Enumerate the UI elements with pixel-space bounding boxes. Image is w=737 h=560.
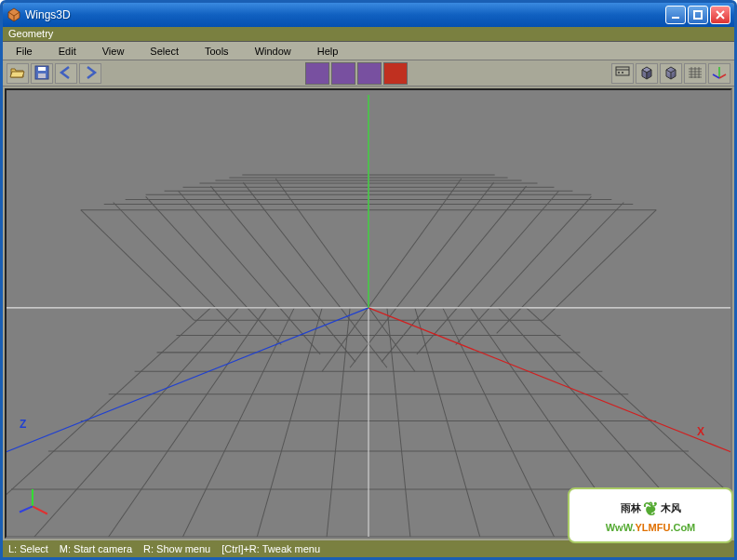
vertex-select-button[interactable] bbox=[305, 62, 329, 85]
face-select-button[interactable] bbox=[357, 62, 382, 85]
flat-shade-button[interactable] bbox=[636, 63, 658, 84]
svg-rect-15 bbox=[616, 67, 629, 75]
app-icon bbox=[7, 7, 21, 22]
status-l: L: Select bbox=[8, 543, 48, 554]
display-icon bbox=[614, 64, 631, 83]
menu-edit[interactable]: Edit bbox=[46, 44, 89, 59]
3d-grid-icon bbox=[7, 90, 730, 537]
menu-select[interactable]: Select bbox=[137, 44, 192, 59]
cube-smooth-icon bbox=[663, 64, 679, 83]
menu-view[interactable]: View bbox=[89, 44, 138, 59]
open-button[interactable] bbox=[7, 63, 29, 84]
grid-icon bbox=[687, 64, 704, 83]
svg-rect-3 bbox=[694, 11, 702, 19]
close-button[interactable] bbox=[710, 6, 730, 24]
maximize-button[interactable] bbox=[688, 6, 708, 24]
toolbar bbox=[3, 60, 734, 87]
ground-plane-button[interactable] bbox=[684, 63, 706, 84]
svg-rect-8 bbox=[38, 73, 46, 78]
smooth-shade-button[interactable] bbox=[660, 63, 682, 84]
window-buttons bbox=[665, 6, 730, 24]
svg-point-17 bbox=[618, 72, 620, 73]
svg-line-28 bbox=[713, 74, 719, 78]
menubar: File Edit View Select Tools Window Help bbox=[3, 42, 734, 60]
status-ctrl-r: [Ctrl]+R: Tweak menu bbox=[221, 543, 320, 554]
arrow-left-icon bbox=[58, 64, 74, 83]
statusbar: L: Select M: Start camera R: Show menu [… bbox=[3, 540, 734, 557]
svg-line-27 bbox=[719, 74, 726, 78]
minimize-button[interactable] bbox=[665, 6, 686, 24]
window-title: Wings3D bbox=[25, 8, 665, 21]
folder-open-icon bbox=[9, 64, 26, 83]
selection-mode-group bbox=[305, 62, 408, 85]
geometry-label: Geometry bbox=[3, 27, 734, 42]
status-m: M: Start camera bbox=[60, 543, 132, 554]
save-button[interactable] bbox=[31, 63, 53, 84]
menu-window[interactable]: Window bbox=[242, 44, 304, 59]
workmode-button[interactable] bbox=[611, 63, 634, 84]
app-window: Wings3D Geometry File Edit View Select T… bbox=[0, 0, 737, 560]
titlebar[interactable]: Wings3D bbox=[3, 3, 734, 27]
edge-select-button[interactable] bbox=[331, 62, 355, 85]
body-select-button[interactable] bbox=[383, 62, 408, 85]
svg-point-18 bbox=[622, 72, 623, 73]
undo-button[interactable] bbox=[55, 63, 77, 84]
cube-flat-icon bbox=[638, 64, 655, 83]
axes-icon bbox=[711, 64, 728, 83]
viewport[interactable]: X Z bbox=[5, 88, 732, 539]
arrow-right-icon bbox=[82, 64, 99, 83]
axes-button[interactable] bbox=[708, 63, 730, 84]
menu-file[interactable]: File bbox=[3, 44, 46, 59]
floppy-disk-icon bbox=[34, 64, 50, 83]
svg-rect-7 bbox=[38, 67, 46, 71]
menu-help[interactable]: Help bbox=[304, 44, 352, 59]
menu-tools[interactable]: Tools bbox=[192, 44, 242, 59]
status-r: R: Show menu bbox=[143, 543, 210, 554]
redo-button[interactable] bbox=[79, 63, 101, 84]
